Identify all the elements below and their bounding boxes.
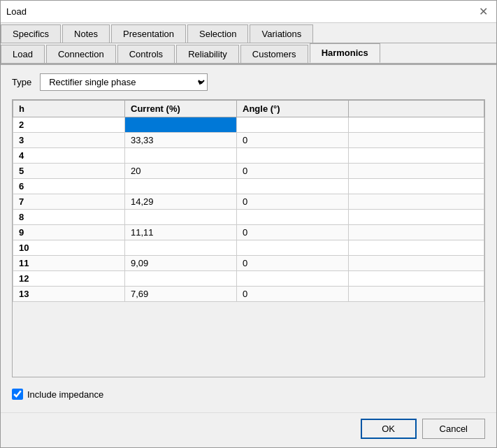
- window-title: Load: [6, 6, 27, 17]
- type-select-wrapper: Rectifier single phase Rectifier three p…: [40, 73, 208, 91]
- tab-row-1: Specifics Notes Presentation Selection V…: [1, 23, 496, 43]
- table-row[interactable]: 714,290: [13, 194, 484, 210]
- cell-extra: [349, 179, 484, 194]
- cell-extra: [349, 117, 484, 133]
- table-row[interactable]: 333,330: [13, 133, 484, 148]
- cell-current[interactable]: [125, 240, 237, 256]
- cell-extra: [349, 133, 484, 148]
- table-row[interactable]: 119,090: [13, 256, 484, 271]
- cell-h[interactable]: 13: [13, 287, 125, 302]
- tab-notes[interactable]: Notes: [62, 24, 110, 43]
- table-row[interactable]: 137,690: [13, 287, 484, 302]
- cell-current[interactable]: [125, 117, 237, 133]
- tab-specifics[interactable]: Specifics: [1, 24, 61, 43]
- cell-extra: [349, 271, 484, 287]
- cell-extra: [349, 164, 484, 179]
- col-header-extra: [349, 101, 484, 117]
- cell-current[interactable]: [125, 148, 237, 164]
- cell-h[interactable]: 2: [13, 117, 125, 133]
- tab-selection[interactable]: Selection: [187, 24, 248, 43]
- tab-load[interactable]: Load: [1, 45, 45, 63]
- content-area: Type Rectifier single phase Rectifier th…: [1, 65, 496, 412]
- cell-h[interactable]: 7: [13, 194, 125, 210]
- cell-h[interactable]: 9: [13, 225, 125, 240]
- tab-connection[interactable]: Connection: [46, 45, 116, 63]
- tab-reliability[interactable]: Reliability: [176, 45, 239, 63]
- cell-angle[interactable]: [237, 117, 349, 133]
- cell-h[interactable]: 6: [13, 179, 125, 194]
- tab-rows-container: Specifics Notes Presentation Selection V…: [1, 23, 496, 65]
- cell-angle[interactable]: 0: [237, 194, 349, 210]
- table-row[interactable]: 911,110: [13, 225, 484, 240]
- cell-angle[interactable]: 0: [237, 133, 349, 148]
- table-row[interactable]: 8: [13, 210, 484, 225]
- type-label: Type: [12, 77, 31, 87]
- cell-angle[interactable]: 0: [237, 287, 349, 302]
- cell-h[interactable]: 8: [13, 210, 125, 225]
- type-select[interactable]: Rectifier single phase Rectifier three p…: [40, 73, 208, 91]
- cell-angle[interactable]: [237, 240, 349, 256]
- cell-angle[interactable]: [237, 271, 349, 287]
- type-row: Type Rectifier single phase Rectifier th…: [12, 73, 485, 91]
- col-header-current: Current (%): [125, 101, 237, 117]
- cell-current[interactable]: 9,09: [125, 256, 237, 271]
- button-row: OK Cancel: [1, 412, 496, 447]
- table-row[interactable]: 5200: [13, 164, 484, 179]
- cell-extra: [349, 240, 484, 256]
- cancel-button[interactable]: Cancel: [422, 419, 485, 439]
- footer-row: Include impedance: [12, 384, 485, 404]
- include-impedance-label[interactable]: Include impedance: [12, 389, 103, 400]
- include-impedance-text: Include impedance: [27, 389, 103, 400]
- tab-controls[interactable]: Controls: [117, 45, 175, 63]
- cell-angle[interactable]: 0: [237, 256, 349, 271]
- table-row[interactable]: 10: [13, 240, 484, 256]
- cell-current[interactable]: [125, 179, 237, 194]
- cell-extra: [349, 194, 484, 210]
- cell-h[interactable]: 10: [13, 240, 125, 256]
- tab-customers[interactable]: Customers: [240, 45, 308, 63]
- cell-h[interactable]: 5: [13, 164, 125, 179]
- ok-button[interactable]: OK: [361, 419, 417, 439]
- table-row[interactable]: 2: [13, 117, 484, 133]
- harmonics-table-container: h Current (%) Angle (°) 2333,33045200671…: [12, 99, 485, 377]
- cell-h[interactable]: 11: [13, 256, 125, 271]
- table-row[interactable]: 12: [13, 271, 484, 287]
- tab-presentation[interactable]: Presentation: [111, 24, 186, 43]
- cell-extra: [349, 148, 484, 164]
- cell-h[interactable]: 3: [13, 133, 125, 148]
- main-window: Load ✕ Specifics Notes Presentation Sele…: [0, 0, 497, 448]
- cell-angle[interactable]: [237, 210, 349, 225]
- tab-harmonics[interactable]: Harmonics: [310, 43, 380, 63]
- cell-h[interactable]: 4: [13, 148, 125, 164]
- title-bar: Load ✕: [1, 1, 496, 23]
- harmonics-table: h Current (%) Angle (°) 2333,33045200671…: [13, 100, 484, 302]
- cell-extra: [349, 287, 484, 302]
- cell-current[interactable]: [125, 271, 237, 287]
- table-row[interactable]: 4: [13, 148, 484, 164]
- table-row[interactable]: 6: [13, 179, 484, 194]
- col-header-angle: Angle (°): [237, 101, 349, 117]
- include-impedance-checkbox[interactable]: [12, 389, 23, 400]
- cell-angle[interactable]: [237, 179, 349, 194]
- cell-current[interactable]: 7,69: [125, 287, 237, 302]
- cell-current[interactable]: 14,29: [125, 194, 237, 210]
- close-button[interactable]: ✕: [476, 6, 491, 17]
- cell-current[interactable]: [125, 210, 237, 225]
- cell-angle[interactable]: 0: [237, 164, 349, 179]
- cell-current[interactable]: 20: [125, 164, 237, 179]
- tab-row-2: Load Connection Controls Reliability Cus…: [1, 43, 496, 64]
- cell-angle[interactable]: [237, 148, 349, 164]
- cell-extra: [349, 225, 484, 240]
- cell-current[interactable]: 11,11: [125, 225, 237, 240]
- cell-extra: [349, 210, 484, 225]
- cell-extra: [349, 256, 484, 271]
- col-header-h: h: [13, 101, 125, 117]
- cell-current[interactable]: 33,33: [125, 133, 237, 148]
- cell-angle[interactable]: 0: [237, 225, 349, 240]
- cell-h[interactable]: 12: [13, 271, 125, 287]
- tab-variations[interactable]: Variations: [250, 24, 313, 43]
